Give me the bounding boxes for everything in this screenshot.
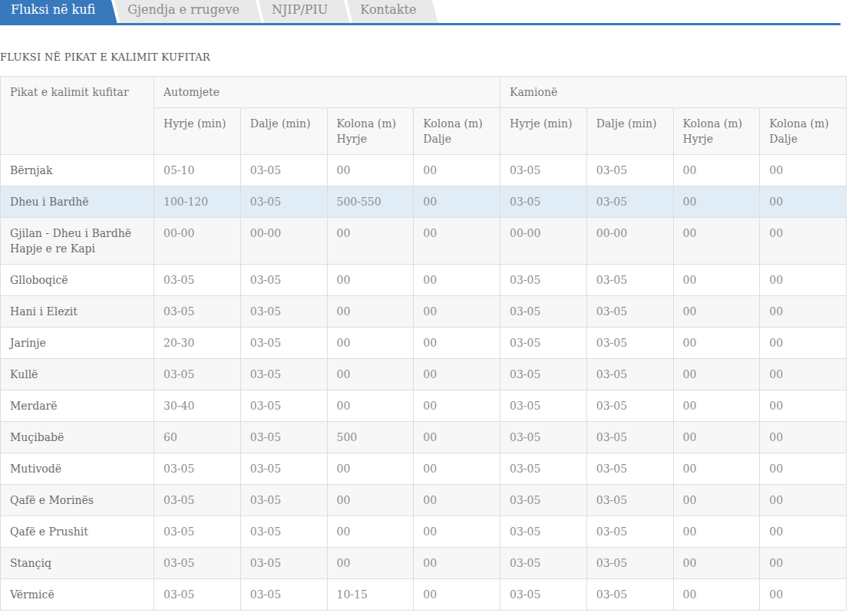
row-label: Glloboqicë	[1, 265, 154, 296]
tab-fluksi-ne-kufi[interactable]: Fluksi në kufi	[0, 0, 114, 23]
cell: 00	[414, 218, 500, 265]
cell: 100-120	[154, 186, 241, 218]
cell: 00	[673, 485, 760, 516]
cell: 00-00	[154, 218, 241, 265]
table-row: Hani i Elezit03-0503-05000003-0503-05000…	[1, 296, 847, 328]
cell: 00	[414, 186, 500, 218]
row-label: Mutivodë	[1, 453, 154, 485]
cell: 500	[327, 422, 414, 453]
tab-label: Fluksi në kufi	[11, 2, 95, 17]
cell: 03-05	[240, 516, 327, 548]
col-header: Kolona (m) Hyrje	[673, 108, 760, 155]
col-header: Dalje (min)	[586, 108, 673, 155]
table-row: Merdarë30-4003-05000003-0503-050000	[1, 390, 847, 422]
cell: 00	[414, 516, 500, 548]
cell: 03-05	[154, 359, 241, 390]
cell: 03-05	[154, 296, 241, 328]
tab-kontakte[interactable]: Kontakte	[349, 0, 434, 23]
cell: 00	[414, 328, 500, 359]
cell: 03-05	[500, 453, 587, 485]
cell: 03-05	[240, 296, 327, 328]
cell: 00	[414, 422, 500, 453]
cell: 00-00	[240, 218, 327, 265]
row-label: Gjilan - Dheu i Bardhë Hapje e re Kapi	[1, 218, 154, 265]
cell: 00	[673, 296, 760, 328]
row-label: Qafë e Morinës	[1, 485, 154, 516]
cell: 00	[760, 548, 847, 579]
row-label: Qafë e Prushit	[1, 516, 154, 548]
cell: 00	[760, 579, 847, 611]
cell: 03-05	[586, 516, 673, 548]
cell: 03-05	[240, 265, 327, 296]
cell: 03-05	[240, 422, 327, 453]
cell: 00	[760, 328, 847, 359]
tab-gjendja-e-rrugeve[interactable]: Gjendja e rrugeve	[117, 0, 258, 23]
row-label: Merdarë	[1, 390, 154, 422]
cell: 00	[673, 390, 760, 422]
cell: 03-05	[586, 359, 673, 390]
cell: 03-05	[500, 516, 587, 548]
tab-njip-piu[interactable]: NJIP/PIU	[261, 0, 346, 23]
col-header: Dalje (min)	[240, 108, 327, 155]
cell: 03-05	[586, 265, 673, 296]
cell: 00	[673, 548, 760, 579]
cell: 03-05	[154, 516, 241, 548]
cell: 00	[673, 579, 760, 611]
cell: 03-05	[240, 390, 327, 422]
page: Fluksi në kufi Gjendja e rrugeve NJIP/PI…	[0, 0, 852, 616]
table-row: Dheu i Bardhë100-12003-05500-5500003-050…	[1, 186, 847, 218]
cell: 00	[414, 579, 500, 611]
cell: 00	[327, 485, 414, 516]
corner-header: Pikat e kalimit kufitar	[1, 77, 154, 155]
row-label: Hani i Elezit	[1, 296, 154, 328]
cell: 00	[673, 218, 760, 265]
cell: 00	[673, 516, 760, 548]
col-header: Kolona (m) Dalje	[414, 108, 500, 155]
cell: 00	[673, 453, 760, 485]
cell: 00	[414, 548, 500, 579]
cell: 00	[760, 359, 847, 390]
cell: 03-05	[586, 328, 673, 359]
cell: 03-05	[586, 390, 673, 422]
cell: 00	[414, 296, 500, 328]
cell: 03-05	[586, 579, 673, 611]
border-crossings-table: Pikat e kalimit kufitar Automjete Kamion…	[0, 76, 847, 611]
cell: 00	[673, 186, 760, 218]
cell: 00	[414, 265, 500, 296]
cell: 03-05	[586, 548, 673, 579]
cell: 00-00	[500, 218, 587, 265]
cell: 03-05	[500, 186, 587, 218]
tab-underline	[0, 23, 840, 25]
row-label: Kullë	[1, 359, 154, 390]
cell: 00	[414, 453, 500, 485]
cell: 03-05	[586, 296, 673, 328]
table-row: Jarinje20-3003-05000003-0503-050000	[1, 328, 847, 359]
group-header-automjete: Automjete	[154, 77, 500, 108]
table-row: Bërnjak05-1003-05000003-0503-050000	[1, 155, 847, 186]
cell: 00	[760, 218, 847, 265]
col-header: Hyrje (min)	[500, 108, 587, 155]
cell: 03-05	[500, 579, 587, 611]
cell: 03-05	[500, 548, 587, 579]
cell: 00	[414, 359, 500, 390]
cell: 00	[673, 265, 760, 296]
table-row: Muçibabë6003-055000003-0503-050000	[1, 422, 847, 453]
tab-label: NJIP/PIU	[272, 2, 328, 17]
cell: 03-05	[240, 359, 327, 390]
cell: 00	[760, 155, 847, 186]
cell: 00	[327, 296, 414, 328]
col-header: Kolona (m) Dalje	[760, 108, 847, 155]
table-row: Glloboqicë03-0503-05000003-0503-050000	[1, 265, 847, 296]
cell: 10-15	[327, 579, 414, 611]
table-row: Stançiq03-0503-05000003-0503-050000	[1, 548, 847, 579]
cell: 03-05	[240, 548, 327, 579]
cell: 03-05	[154, 579, 241, 611]
cell: 00	[760, 390, 847, 422]
row-label: Jarinje	[1, 328, 154, 359]
cell: 03-05	[240, 328, 327, 359]
cell: 03-05	[500, 155, 587, 186]
cell: 03-05	[500, 296, 587, 328]
table-header: Pikat e kalimit kufitar Automjete Kamion…	[1, 77, 847, 155]
cell: 03-05	[586, 422, 673, 453]
cell: 03-05	[500, 328, 587, 359]
